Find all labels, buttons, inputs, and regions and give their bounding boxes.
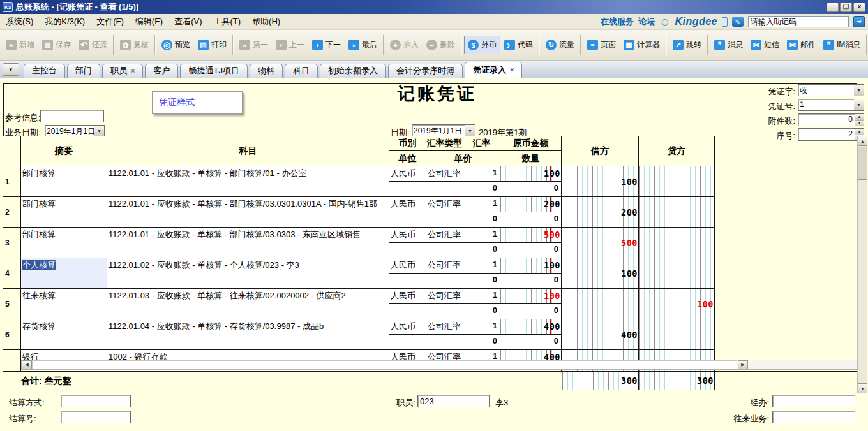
rate-cell[interactable]: 1 — [463, 197, 500, 212]
rate-type-cell[interactable]: 公司汇率 — [426, 289, 463, 304]
mnemonic-input[interactable] — [748, 16, 849, 27]
minimize-button[interactable]: _ — [827, 3, 839, 12]
debit-cell[interactable]: 400 — [562, 319, 639, 350]
credit-cell[interactable] — [639, 319, 715, 350]
agent-input[interactable] — [772, 395, 855, 407]
currency-cell[interactable]: 人民币 — [389, 258, 426, 274]
credit-cell[interactable] — [639, 228, 715, 258]
toolbar-mail-button[interactable]: 邮件 — [783, 36, 819, 54]
rate-cell[interactable]: 1 — [463, 289, 500, 304]
tab-item-6[interactable]: 科目 — [285, 64, 318, 78]
price-cell[interactable]: 0 — [426, 335, 500, 350]
debit-cell[interactable]: 500 — [562, 228, 639, 258]
unit-cell[interactable] — [389, 182, 426, 197]
tab-item-9[interactable]: 凭证录入× — [465, 62, 522, 78]
summary-cell[interactable]: 存货核算 — [21, 319, 107, 350]
summary-cell[interactable]: 个人核算 — [21, 258, 107, 289]
toolbar-next-button[interactable]: 下一 — [308, 36, 345, 54]
summary-cell[interactable]: 部门核算 — [21, 197, 107, 228]
chevron-down-icon[interactable]: ▼ — [465, 125, 475, 136]
price-cell[interactable]: 0 — [426, 274, 500, 289]
toolbar-calculator-button[interactable]: 计算器 — [620, 36, 664, 54]
close-window-button[interactable]: × — [853, 3, 865, 12]
chevron-down-icon[interactable]: ▼ — [854, 99, 864, 110]
credit-cell[interactable] — [639, 258, 715, 289]
summary-cell[interactable]: 部门核算 — [21, 228, 107, 258]
toolbar-im-button[interactable]: IM消息 — [819, 36, 864, 54]
scroll-down-icon[interactable]: ▼ — [858, 383, 867, 393]
toolbar-undo-button[interactable]: 还原 — [75, 36, 111, 54]
qty-cell[interactable]: 0 — [500, 304, 562, 319]
menu-item[interactable]: 查看(V) — [168, 15, 207, 29]
toolbar-first-button[interactable]: 第一 — [236, 36, 272, 54]
summary-cell[interactable]: 部门核算 — [21, 166, 107, 197]
amount-cell[interactable]: 100 — [500, 166, 562, 182]
amount-cell[interactable]: 500 — [500, 228, 562, 243]
forum-link[interactable]: 论坛 — [638, 16, 655, 27]
rate-type-cell[interactable]: 公司汇率 — [426, 166, 463, 182]
account-cell[interactable]: 1122.01.01 - 应收账款 - 单核算 - 部门核算/01 - 办公室 — [107, 166, 389, 197]
unit-cell[interactable] — [389, 274, 426, 289]
currency-cell[interactable]: 人民币 — [389, 166, 426, 182]
unit-cell[interactable] — [389, 335, 426, 350]
scroll-left-icon[interactable]: ◀ — [22, 360, 32, 369]
summary-cell[interactable]: 往来核算 — [21, 289, 107, 319]
price-cell[interactable]: 0 — [426, 182, 500, 197]
chevron-down-icon[interactable]: ▼ — [94, 126, 104, 136]
go-icon[interactable]: ➔ — [853, 16, 865, 27]
staff-code-input[interactable] — [417, 395, 490, 407]
account-cell[interactable]: 1122.01.01 - 应收账款 - 单核算 - 部门核算/03.0301.0… — [107, 197, 389, 228]
menu-item[interactable]: 工具(T) — [207, 15, 246, 29]
rate-cell[interactable]: 1 — [463, 166, 500, 182]
voucher-word-combo[interactable]: 收▼ — [798, 84, 864, 96]
tab-item-0[interactable]: 主控台 — [24, 64, 65, 78]
qty-cell[interactable]: 0 — [500, 335, 562, 350]
debit-cell[interactable]: 200 — [562, 197, 639, 228]
toolbar-remove-button[interactable]: 删除 — [423, 36, 459, 54]
date-combo[interactable]: 2019年1月1日▼ — [412, 124, 475, 137]
rate-cell[interactable]: 1 — [463, 258, 500, 274]
restore-button[interactable]: ❐ — [840, 3, 852, 12]
reference-input[interactable] — [40, 110, 104, 122]
toolbar-flow-button[interactable]: 流量 — [542, 36, 578, 54]
tab-item-2[interactable]: 职员× — [102, 64, 143, 78]
debit-cell[interactable]: 100 — [562, 166, 639, 197]
smiley-icon[interactable]: ☺ — [659, 17, 670, 27]
toolbar-last-button[interactable]: 最后 — [345, 36, 381, 54]
tab-item-7[interactable]: 初始余额录入 — [320, 64, 386, 78]
toolbar-sms-button[interactable]: 短信 — [747, 36, 783, 54]
toolbar-code-button[interactable]: 代码 — [500, 36, 537, 54]
credit-cell[interactable]: 100 — [639, 289, 715, 319]
current-business-input[interactable] — [772, 411, 855, 423]
amount-cell[interactable]: 400 — [500, 319, 562, 335]
toolbar-prev-button[interactable]: 上一 — [272, 36, 308, 54]
price-cell[interactable]: 0 — [426, 304, 500, 319]
rate-type-cell[interactable]: 公司汇率 — [426, 319, 463, 335]
spinner-buttons[interactable]: ▲▼ — [855, 114, 864, 126]
settlement-method-input[interactable] — [61, 395, 131, 407]
currency-cell[interactable]: 人民币 — [389, 197, 426, 212]
qty-cell[interactable]: 0 — [500, 212, 562, 228]
unit-cell[interactable] — [389, 304, 426, 319]
debit-cell[interactable]: 100 — [562, 258, 639, 289]
settlement-number-input[interactable] — [61, 411, 131, 423]
voucher-style-button[interactable]: 凭证样式 — [152, 91, 243, 114]
scroll-right-icon[interactable]: ▶ — [738, 360, 748, 369]
tab-item-4[interactable]: 畅捷通TJ项目 — [180, 64, 247, 78]
tab-item-8[interactable]: 会计分录序时簿 — [388, 64, 463, 78]
rate-type-cell[interactable]: 公司汇率 — [426, 228, 463, 243]
menu-item[interactable]: 系统(S) — [0, 15, 39, 29]
currency-cell[interactable]: 人民币 — [389, 289, 426, 304]
tab-item-1[interactable]: 部门 — [67, 64, 100, 78]
amount-cell[interactable]: 100 — [500, 258, 562, 274]
amount-cell[interactable]: 200 — [500, 197, 562, 212]
toolbar-add-button[interactable]: 新增 — [2, 36, 38, 54]
scroll-up-icon[interactable]: ▲ — [858, 136, 867, 146]
mobile-phone-icon[interactable] — [722, 17, 728, 27]
account-cell[interactable]: 1122.01.01 - 应收账款 - 单核算 - 部门核算/03.0303 -… — [107, 228, 389, 258]
online-service-link[interactable]: 在线服务 — [601, 16, 634, 27]
rate-cell[interactable]: 1 — [463, 319, 500, 335]
tab-item-5[interactable]: 物料 — [250, 64, 283, 78]
toolbar-page-button[interactable]: 页面 — [583, 36, 620, 54]
account-cell[interactable]: 1122.01.03 - 应收账款 - 单核算 - 往来核算/02.002000… — [107, 289, 389, 319]
